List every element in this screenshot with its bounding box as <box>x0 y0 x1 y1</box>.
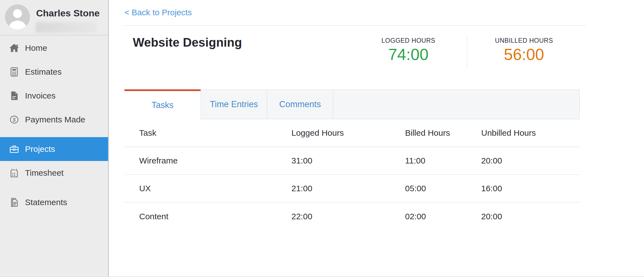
user-name: Charles Stone <box>36 8 100 19</box>
table-row: Content 22:00 02:00 20:00 <box>124 203 580 230</box>
sidebar-item-statements[interactable]: Statements <box>0 190 108 214</box>
avatar <box>5 4 30 29</box>
back-to-projects-link[interactable]: < Back to Projects <box>124 7 192 17</box>
logged-hours-value: 74:00 <box>350 46 467 63</box>
unbilled-hours-value: 56:00 <box>467 46 581 63</box>
sidebar-item-payments-made[interactable]: $ Payments Made <box>0 108 108 132</box>
sidebar-item-invoices[interactable]: Invoices <box>0 84 108 108</box>
sidebar-item-estimates[interactable]: Estimates <box>0 60 108 84</box>
billed-hours-cell: 05:00 <box>390 184 466 193</box>
client-portal-app: Charles Stone Home <box>0 0 644 277</box>
sidebar-item-timesheet[interactable]: Timesheet <box>0 161 108 185</box>
tab-comments[interactable]: Comments <box>267 90 333 119</box>
user-subtext-redacted <box>36 22 96 33</box>
hours-summary: LOGGED HOURS 74:00 UNBILLED HOURS 56:00 <box>350 36 581 67</box>
logged-hours-label: LOGGED HOURS <box>350 37 467 44</box>
sidebar-nav: Home <box>0 36 108 214</box>
sidebar-item-label: Invoices <box>25 91 56 100</box>
invoice-icon <box>8 89 21 102</box>
logged-hours-cell: 22:00 <box>277 212 390 221</box>
column-header-task: Task <box>124 128 277 138</box>
sidebar-item-label: Projects <box>25 144 55 154</box>
column-header-unbilled-hours: Unbilled Hours <box>466 128 580 138</box>
sidebar-item-label: Home <box>25 43 47 53</box>
tasks-table: Task Logged Hours Billed Hours Unbilled … <box>124 119 580 230</box>
billed-hours-cell: 11:00 <box>390 156 466 165</box>
task-name-cell: UX <box>124 184 277 193</box>
project-header: Website Designing LOGGED HOURS 74:00 UNB… <box>124 26 581 67</box>
statements-icon <box>8 196 21 209</box>
table-row: Wireframe 31:00 11:00 20:00 <box>124 147 580 175</box>
logged-hours-stat: LOGGED HOURS 74:00 <box>350 36 467 63</box>
person-icon <box>5 4 30 29</box>
unbilled-hours-cell: 20:00 <box>466 212 580 221</box>
briefcase-icon <box>8 143 21 155</box>
table-row: UX 21:00 05:00 16:00 <box>124 175 580 203</box>
logged-hours-cell: 31:00 <box>277 156 390 165</box>
sidebar-item-projects[interactable]: Projects <box>0 137 108 161</box>
sidebar-item-home[interactable]: Home <box>0 36 108 60</box>
column-header-logged-hours: Logged Hours <box>277 128 390 138</box>
logged-hours-cell: 21:00 <box>277 184 390 193</box>
task-name-cell: Content <box>124 212 277 221</box>
sidebar: Charles Stone Home <box>0 0 109 276</box>
calculator-icon <box>8 66 21 78</box>
table-header-row: Task Logged Hours Billed Hours Unbilled … <box>124 119 580 147</box>
unbilled-hours-stat: UNBILLED HOURS 56:00 <box>467 36 581 63</box>
column-header-billed-hours: Billed Hours <box>390 128 466 138</box>
unbilled-hours-cell: 16:00 <box>466 184 580 193</box>
unbilled-hours-label: UNBILLED HOURS <box>467 37 581 44</box>
unbilled-hours-cell: 20:00 <box>466 156 580 165</box>
payment-dollar-icon: $ <box>8 113 21 126</box>
sidebar-item-label: Timesheet <box>25 168 64 178</box>
tab-bar-inactive-area: Time Entries Comments <box>201 89 580 119</box>
user-section: Charles Stone <box>0 0 108 36</box>
tab-bar-filler <box>333 90 579 119</box>
tab-bar: Tasks Time Entries Comments <box>124 89 580 119</box>
billed-hours-cell: 02:00 <box>390 212 466 221</box>
home-icon <box>8 42 21 54</box>
sidebar-item-label: Statements <box>25 198 67 207</box>
project-title: Website Designing <box>133 36 242 49</box>
tab-time-entries[interactable]: Time Entries <box>201 90 267 119</box>
tab-tasks[interactable]: Tasks <box>124 89 201 119</box>
svg-text:$: $ <box>13 117 16 123</box>
sidebar-item-label: Estimates <box>25 67 62 77</box>
sidebar-item-label: Payments Made <box>25 115 85 124</box>
main-content: < Back to Projects Website Designing LOG… <box>109 0 644 276</box>
task-name-cell: Wireframe <box>124 156 277 165</box>
timesheet-icon <box>8 167 21 179</box>
